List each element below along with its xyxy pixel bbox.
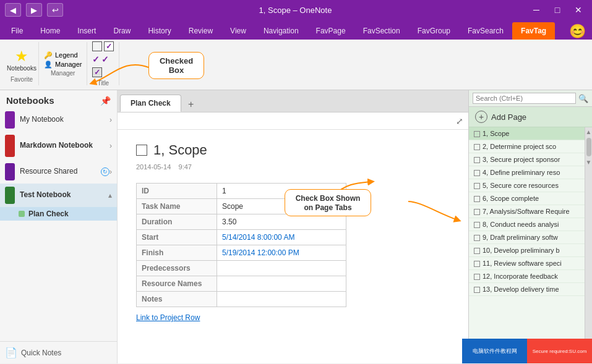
field-resourcenames-label: Resource Names bbox=[137, 276, 217, 292]
add-page-label: Add Page bbox=[491, 112, 526, 122]
checkbox-row-2: ✓ ✓ bbox=[92, 54, 114, 64]
page-title-text: 1, Scope bbox=[153, 142, 207, 158]
check-mark-1: ✓ bbox=[92, 54, 100, 64]
maximize-button[interactable]: □ bbox=[549, 4, 566, 16]
list-item[interactable]: 6, Scope complete bbox=[469, 192, 585, 205]
list-item[interactable]: 1, Scope bbox=[469, 127, 585, 140]
title-group-label: Title bbox=[98, 80, 109, 87]
sidebar-pin-icon[interactable]: 📌 bbox=[100, 96, 111, 106]
ribbon-group-manager: 🔑 Legend 👤 Manager Manager bbox=[39, 42, 87, 85]
notebook-name-resource: Resource Shared bbox=[20, 167, 100, 177]
right-panel: 🔍 + Add Page 1, Scope 2, Determine proje… bbox=[468, 90, 592, 363]
window-controls[interactable]: ─ □ ✕ bbox=[528, 4, 587, 16]
field-taskname-label: Task Name bbox=[137, 199, 217, 214]
list-item[interactable]: 10, Develop preliminary b bbox=[469, 244, 585, 257]
manager-button[interactable]: 👤 Manager bbox=[44, 61, 82, 69]
tab-favgroup[interactable]: FavGroup bbox=[409, 22, 459, 40]
tab-favsearch[interactable]: FavSearch bbox=[459, 22, 512, 40]
main-layout: Notebooks 📌 My Notebook › Markdown Noteb… bbox=[0, 90, 592, 363]
notebook-item-test[interactable]: Test Notebook ▴ bbox=[0, 184, 117, 207]
table-row: Notes bbox=[137, 292, 346, 307]
table-row: Duration 3.50 bbox=[137, 214, 346, 230]
notebook-item-resource[interactable]: Resource Shared ↻ › bbox=[0, 160, 117, 184]
legend-button[interactable]: 🔑 Legend bbox=[44, 51, 82, 59]
close-button[interactable]: ✕ bbox=[570, 4, 587, 16]
tab-draw[interactable]: Draw bbox=[105, 22, 139, 40]
list-item[interactable]: 3, Secure project sponsor bbox=[469, 153, 585, 166]
table-row: Predecessors bbox=[137, 261, 346, 276]
right-panel-scrollbar[interactable]: ▲ ▼ bbox=[585, 127, 592, 363]
favorite-star-button[interactable]: ★ Notebooks bbox=[10, 45, 33, 75]
table-row: Start 5/14/2014 8:00:00 AM bbox=[137, 230, 346, 245]
tab-insert[interactable]: Insert bbox=[69, 22, 105, 40]
notebook-color-test bbox=[5, 187, 15, 204]
notebook-item-my-notebook[interactable]: My Notebook › bbox=[0, 108, 117, 132]
checked-box-1[interactable] bbox=[104, 41, 114, 51]
tab-history[interactable]: History bbox=[139, 22, 179, 40]
tab-favtag[interactable]: FavTag bbox=[512, 22, 555, 40]
notebook-name-markdown: Markdown Notebook bbox=[20, 141, 109, 151]
notebook-color-resource bbox=[5, 163, 15, 180]
notebook-arrow-markdown: › bbox=[109, 142, 112, 150]
page-list-checkbox bbox=[474, 287, 480, 293]
list-item[interactable]: 12, Incorporate feedback bbox=[469, 270, 585, 283]
checkbox-special[interactable]: ✓ bbox=[92, 67, 102, 77]
field-start-value: 5/14/2014 8:00:00 AM bbox=[217, 230, 346, 245]
field-finish-label: Finish bbox=[137, 245, 217, 261]
smiley-icon[interactable]: 😊 bbox=[569, 23, 586, 40]
field-duration-label: Duration bbox=[137, 214, 217, 230]
tab-favsection[interactable]: FavSection bbox=[354, 22, 409, 40]
forward-button[interactable]: ▶ bbox=[26, 3, 42, 17]
unchecked-box-1[interactable] bbox=[92, 41, 102, 51]
search-icon[interactable]: 🔍 bbox=[578, 94, 588, 103]
title-bar-controls-left[interactable]: ◀ ▶ ↩ bbox=[5, 3, 63, 17]
undo-button[interactable]: ↩ bbox=[47, 3, 63, 17]
scroll-thumb[interactable] bbox=[586, 138, 591, 156]
field-predecessors-label: Predecessors bbox=[137, 261, 217, 276]
table-row: Finish 5/19/2014 12:00:00 PM bbox=[137, 245, 346, 261]
link-to-project-row[interactable]: Link to Project Row bbox=[136, 313, 200, 322]
page-list-checkbox bbox=[474, 261, 480, 267]
list-item[interactable]: 2, Determine project sco bbox=[469, 140, 585, 153]
search-input[interactable] bbox=[473, 93, 576, 104]
tab-review[interactable]: Review bbox=[180, 22, 221, 40]
page-list-checkbox bbox=[474, 131, 480, 137]
tab-file[interactable]: File bbox=[2, 22, 32, 40]
tab-navigation[interactable]: Navigation bbox=[255, 22, 307, 40]
page-list-checkbox bbox=[474, 157, 480, 163]
section-plan-check[interactable]: Plan Check bbox=[0, 207, 117, 221]
scroll-up-button[interactable]: ▲ bbox=[586, 129, 592, 135]
tab-view[interactable]: View bbox=[221, 22, 255, 40]
title-bar: ◀ ▶ ↩ 1, Scope – OneNote ─ □ ✕ bbox=[0, 0, 592, 20]
list-item[interactable]: 7, Analysis/Software Require bbox=[469, 205, 585, 218]
notebook-color-my bbox=[5, 111, 15, 129]
back-button[interactable]: ◀ bbox=[5, 3, 21, 17]
quick-notes-icon: 📄 bbox=[5, 347, 17, 358]
minimize-button[interactable]: ─ bbox=[528, 4, 545, 16]
watermark-text-right: Secure required:SU.com bbox=[533, 349, 587, 354]
list-item[interactable]: 5, Secure core resources bbox=[469, 179, 585, 192]
list-item[interactable]: 13, Develop delivery time bbox=[469, 283, 585, 296]
tab-home[interactable]: Home bbox=[32, 22, 69, 40]
expand-button[interactable]: ⤢ bbox=[456, 116, 463, 126]
scroll-down-button[interactable]: ▼ bbox=[586, 159, 592, 166]
page-list-checkbox bbox=[474, 235, 480, 241]
list-item[interactable]: 9, Draft preliminary softw bbox=[469, 231, 585, 244]
list-item[interactable]: 11, Review software speci bbox=[469, 257, 585, 270]
add-page-button[interactable]: + Add Page bbox=[475, 111, 526, 123]
quick-notes-label: Quick Notes bbox=[21, 349, 61, 357]
sidebar-footer-quick-notes[interactable]: 📄 Quick Notes bbox=[0, 341, 117, 363]
page-toolbar: ⤢ bbox=[118, 112, 468, 130]
ribbon-tabs: File Home Insert Draw History Review Vie… bbox=[0, 20, 592, 40]
notebook-item-markdown[interactable]: Markdown Notebook › bbox=[0, 132, 117, 160]
manager-group-label: Manager bbox=[51, 70, 75, 77]
project-row-link-container: Link to Project Row bbox=[136, 313, 450, 322]
add-tab-button[interactable]: + bbox=[182, 97, 200, 112]
list-item[interactable]: 4, Define preliminary reso bbox=[469, 166, 585, 179]
page-list: 1, Scope 2, Determine project sco 3, Sec… bbox=[469, 127, 585, 363]
tab-favpage[interactable]: FavPage bbox=[307, 22, 354, 40]
callout-checked-box: Checked Box bbox=[148, 52, 204, 79]
page-tab-plan-check[interactable]: Plan Check bbox=[120, 95, 181, 112]
list-item[interactable]: 8, Conduct needs analysi bbox=[469, 218, 585, 231]
page-title-checkbox[interactable] bbox=[136, 145, 147, 156]
